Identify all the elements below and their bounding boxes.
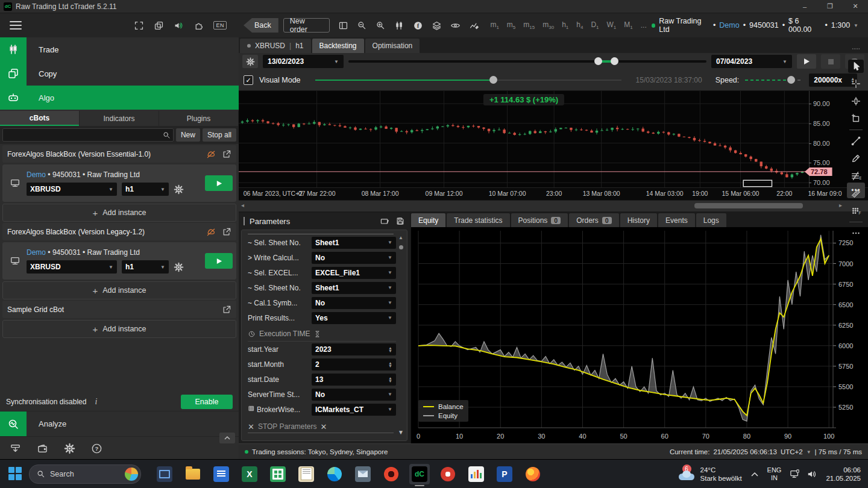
symbol-select[interactable]: XBRUSD▼ <box>27 260 117 274</box>
sidebar-item-copy[interactable]: Copy <box>0 61 239 86</box>
speaker-icon[interactable] <box>174 20 184 31</box>
grip-icon[interactable] <box>848 42 864 55</box>
parameter-select[interactable]: No▼ <box>312 252 396 264</box>
cbot-header[interactable]: ForexAlgos BlackBox (Version Essential-1… <box>2 145 236 163</box>
timezone-value[interactable]: UTC+2 <box>781 448 803 455</box>
scroll-left-arrow[interactable]: ◂ <box>241 202 244 208</box>
new-cbot-button[interactable]: New <box>176 128 200 142</box>
taskbar-app-mail-app[interactable] <box>353 464 373 484</box>
visual-mode-checkbox[interactable]: ✓ <box>244 75 253 85</box>
range-handle-right[interactable] <box>611 57 618 65</box>
parameter-select[interactable]: Sheet1▼ <box>312 282 396 294</box>
taskbar-app-red-circle-app[interactable] <box>438 464 458 484</box>
deposit-icon[interactable] <box>10 443 21 454</box>
collapse-sidebar-button[interactable] <box>219 433 235 443</box>
taskbar-app-ctrader-active[interactable]: dC <box>409 464 430 484</box>
tab-trade-statistics[interactable]: Trade statistics <box>447 213 509 227</box>
taskbar-app-paypal-app[interactable]: P <box>494 464 515 484</box>
settings-icon[interactable] <box>64 443 75 454</box>
taskbar-app-green-sheet-app[interactable] <box>268 464 288 484</box>
play-backtest-button[interactable] <box>797 54 816 69</box>
tab-history[interactable]: History <box>620 213 657 227</box>
enable-sync-button[interactable]: Enable <box>181 395 233 409</box>
speed-handle[interactable] <box>787 76 795 84</box>
taskbar-app-excel[interactable]: X <box>239 464 260 484</box>
timeframe-h1[interactable]: h1 <box>562 20 568 30</box>
tab-orders[interactable]: Orders0 <box>569 213 619 227</box>
taskbar-app-notes-app[interactable] <box>296 464 316 484</box>
volume-icon[interactable] <box>807 469 817 479</box>
share-icon[interactable] <box>222 149 231 159</box>
backtest-settings-button[interactable] <box>242 55 258 68</box>
add-instance-button[interactable]: +Add instance <box>2 320 236 338</box>
scrollbar-thumb[interactable] <box>694 203 803 208</box>
speed-slider[interactable] <box>745 76 803 84</box>
end-date-select[interactable]: 07/04/2023▼ <box>711 55 792 68</box>
weather-widget[interactable]: 6 24°C Stark bewölkt <box>678 466 742 483</box>
candle-cross-icon[interactable] <box>848 95 864 108</box>
backtest-range-slider[interactable] <box>348 55 706 68</box>
timeframe-m5[interactable]: m5 <box>507 20 515 30</box>
scroll-right-arrow[interactable]: ▸ <box>839 202 842 208</box>
zoom-out-icon[interactable] <box>357 20 367 31</box>
timeframe-M1[interactable]: M1 <box>624 20 632 30</box>
taskbar-clock[interactable]: 06:0621.05.2025 <box>826 466 861 483</box>
start-button[interactable] <box>8 467 23 481</box>
fullscreen-icon[interactable] <box>134 20 144 31</box>
taskbar-app-task-view[interactable] <box>154 464 175 484</box>
tray-chevron-icon[interactable] <box>750 471 759 477</box>
taskbar-app-office-blue-app[interactable] <box>211 464 231 484</box>
timeframe-m15[interactable]: m15 <box>523 20 535 30</box>
windows-icon[interactable] <box>154 20 164 31</box>
parameter-stepper[interactable]: 13▲▼ <box>312 374 396 386</box>
new-order-button[interactable]: New order <box>283 18 330 33</box>
back-button[interactable]: Back <box>244 18 278 33</box>
sidebar-item-algo[interactable]: Algo <box>0 86 239 110</box>
cloud-off-icon[interactable] <box>206 227 216 237</box>
cbot-instance-card[interactable]: Demo • 9450031 • Raw Trading LtdXBRUSD▼h… <box>2 164 236 202</box>
fib-grid-icon[interactable]: F <box>848 204 864 217</box>
pencil-icon[interactable] <box>848 152 864 165</box>
more-timeframes-button[interactable]: ... <box>641 21 647 30</box>
account-info[interactable]: Raw Trading Ltd • Demo • 9450031 • $ 6 0… <box>652 17 863 34</box>
start-instance-button[interactable] <box>205 253 233 269</box>
parameter-select[interactable]: EXCEL_File1▼ <box>312 267 396 279</box>
share-icon[interactable] <box>222 305 231 314</box>
parameter-stepper[interactable]: 2023▲▼ <box>312 343 396 355</box>
network-icon[interactable] <box>790 469 800 479</box>
minimize-button[interactable]: – <box>792 0 817 13</box>
taskbar-app-opera-red-app[interactable] <box>381 464 401 484</box>
instance-settings-icon[interactable] <box>174 262 184 272</box>
tab-plugins[interactable]: Plugins <box>159 111 238 126</box>
taskbar-app-file-explorer[interactable] <box>183 464 203 484</box>
parameter-select[interactable]: No▼ <box>312 297 396 309</box>
parameter-select[interactable]: Sheet1▼ <box>312 237 396 249</box>
taskbar-search[interactable]: Search <box>29 465 141 484</box>
fib-retracement-icon[interactable]: E <box>848 169 864 183</box>
tab-indicators[interactable]: Indicators <box>80 111 159 126</box>
help-icon[interactable]: ? <box>91 443 102 454</box>
cbot-header[interactable]: Sample Grid cBot <box>2 301 236 318</box>
instance-settings-icon[interactable] <box>174 184 184 195</box>
taskbar-app-edge-browser[interactable] <box>324 464 345 484</box>
progress-handle[interactable] <box>489 76 497 84</box>
parameters-scrollbar[interactable]: ▲ ▼ <box>398 235 404 436</box>
language-indicator[interactable]: ENGIN <box>767 466 782 482</box>
add-instance-button[interactable]: +Add instance <box>2 281 236 299</box>
fib-channel-icon[interactable] <box>848 187 864 200</box>
zoom-in-icon[interactable] <box>376 20 386 31</box>
parameter-select[interactable]: No▼ <box>312 389 396 401</box>
stop-backtest-button[interactable] <box>821 54 840 69</box>
more-dots-icon[interactable] <box>848 227 864 240</box>
timeframe-W1[interactable]: W1 <box>607 20 617 30</box>
hamburger-menu-icon[interactable] <box>10 21 22 30</box>
close-button[interactable]: ✕ <box>843 0 868 13</box>
puzzle-icon[interactable] <box>193 20 204 31</box>
tab-logs[interactable]: Logs <box>696 213 726 227</box>
candles-icon[interactable] <box>394 20 404 31</box>
parameter-select[interactable]: Yes▼ <box>312 312 396 324</box>
cursor-icon[interactable] <box>848 60 864 73</box>
info-icon[interactable]: i <box>95 397 97 407</box>
tab-positions[interactable]: Positions0 <box>511 213 568 227</box>
timeframe-D1[interactable]: D1 <box>591 20 599 30</box>
